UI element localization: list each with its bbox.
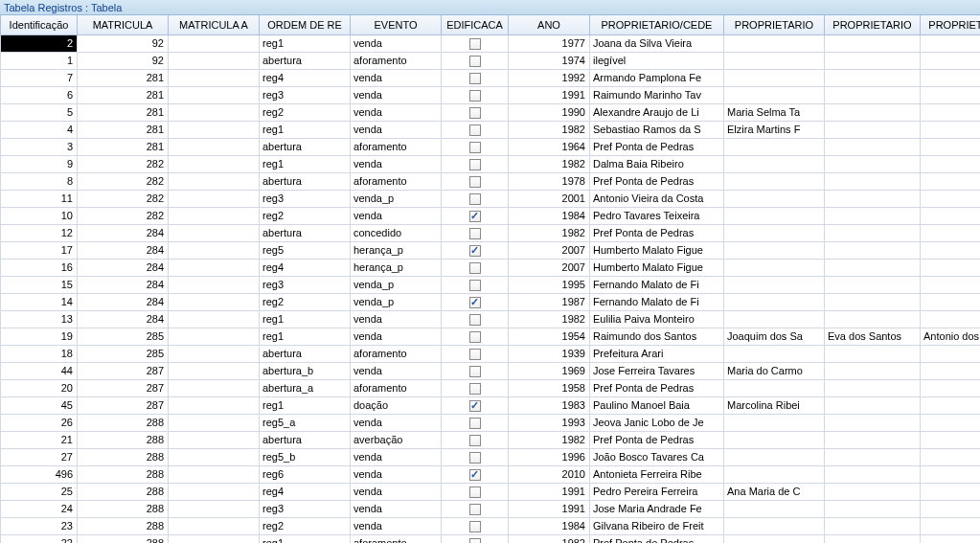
cell-id[interactable]: 16 xyxy=(1,259,78,276)
cell-ordem[interactable]: reg1 xyxy=(260,396,351,414)
cell-prop3[interactable] xyxy=(825,241,921,259)
cell-evento[interactable]: venda xyxy=(351,86,442,103)
cell-prop4[interactable] xyxy=(921,276,981,293)
checkbox-icon[interactable] xyxy=(469,38,481,50)
cell-ano[interactable]: 1991 xyxy=(509,500,590,517)
cell-prop1[interactable]: Pref Ponta de Pedras xyxy=(590,138,724,155)
cell-matricula-a[interactable] xyxy=(169,483,260,500)
cell-ordem[interactable]: abertura xyxy=(260,172,351,190)
checkbox-icon[interactable] xyxy=(469,486,481,498)
cell-ordem[interactable]: reg1 xyxy=(260,328,351,345)
cell-prop1[interactable]: Pref Ponta de Pedras xyxy=(590,534,724,543)
cell-matricula-a[interactable] xyxy=(169,328,260,345)
checkbox-icon[interactable] xyxy=(469,245,481,257)
cell-prop2[interactable] xyxy=(724,500,825,517)
table-row[interactable]: 496288reg6venda2010Antonieta Ferreira Ri… xyxy=(1,465,981,483)
cell-edificaca[interactable] xyxy=(442,241,509,259)
cell-matricula-a[interactable] xyxy=(169,276,260,293)
cell-prop3[interactable] xyxy=(825,69,921,86)
col-edificaca[interactable]: EDIFICACA xyxy=(442,15,509,34)
cell-ano[interactable]: 1978 xyxy=(509,172,590,190)
cell-matricula[interactable]: 288 xyxy=(78,500,169,517)
cell-id[interactable]: 496 xyxy=(1,465,78,483)
cell-prop4[interactable] xyxy=(921,448,981,465)
checkbox-icon[interactable] xyxy=(469,211,481,222)
cell-evento[interactable]: venda xyxy=(351,103,442,121)
checkbox-icon[interactable] xyxy=(469,314,481,326)
cell-prop2[interactable]: Elzira Martins F xyxy=(724,121,825,138)
cell-edificaca[interactable] xyxy=(442,86,509,103)
cell-prop4[interactable] xyxy=(921,241,981,259)
cell-matricula[interactable]: 282 xyxy=(78,190,169,207)
cell-prop2[interactable] xyxy=(724,224,825,241)
cell-matricula-a[interactable] xyxy=(169,310,260,328)
cell-prop2[interactable] xyxy=(724,293,825,310)
checkbox-icon[interactable] xyxy=(469,418,481,429)
cell-ano[interactable]: 1983 xyxy=(509,396,590,414)
cell-edificaca[interactable] xyxy=(442,276,509,293)
col-proprietario-2[interactable]: PROPRIETARIO xyxy=(724,15,825,34)
cell-id[interactable]: 45 xyxy=(1,396,78,414)
cell-id[interactable]: 44 xyxy=(1,362,78,379)
table-row[interactable]: 22288reg1aforamento1982Pref Ponta de Ped… xyxy=(1,534,981,543)
cell-matricula-a[interactable] xyxy=(169,138,260,155)
cell-ano[interactable]: 1939 xyxy=(509,345,590,362)
cell-ordem[interactable]: reg4 xyxy=(260,69,351,86)
cell-evento[interactable]: venda_p xyxy=(351,293,442,310)
cell-prop4[interactable] xyxy=(921,345,981,362)
cell-evento[interactable]: venda xyxy=(351,362,442,379)
table-row[interactable]: 44287abertura_bvenda1969Jose Ferreira Ta… xyxy=(1,362,981,379)
cell-ordem[interactable]: abertura xyxy=(260,52,351,69)
cell-prop3[interactable] xyxy=(825,138,921,155)
cell-edificaca[interactable] xyxy=(442,414,509,431)
cell-ordem[interactable]: abertura xyxy=(260,431,351,448)
table-row[interactable]: 25288reg4venda1991Pedro Pereira Ferreira… xyxy=(1,483,981,500)
table-row[interactable]: 6281reg3venda1991Raimundo Marinho Tav xyxy=(1,86,981,103)
cell-id[interactable]: 23 xyxy=(1,517,78,534)
cell-matricula-a[interactable] xyxy=(169,190,260,207)
cell-prop3[interactable] xyxy=(825,121,921,138)
cell-id[interactable]: 14 xyxy=(1,293,78,310)
checkbox-icon[interactable] xyxy=(469,366,481,377)
table-row[interactable]: 5281reg2venda1990Alexandre Araujo de LiM… xyxy=(1,103,981,121)
cell-evento[interactable]: venda xyxy=(351,155,442,172)
cell-prop3[interactable] xyxy=(825,155,921,172)
cell-prop2[interactable] xyxy=(724,34,825,52)
cell-ordem[interactable]: reg5 xyxy=(260,241,351,259)
checkbox-icon[interactable] xyxy=(469,521,481,532)
cell-prop2[interactable] xyxy=(724,52,825,69)
checkbox-icon[interactable] xyxy=(469,228,481,239)
cell-matricula-a[interactable] xyxy=(169,155,260,172)
cell-ordem[interactable]: reg2 xyxy=(260,517,351,534)
cell-prop3[interactable] xyxy=(825,293,921,310)
cell-ano[interactable]: 1954 xyxy=(509,328,590,345)
cell-ano[interactable]: 1993 xyxy=(509,414,590,431)
cell-ano[interactable]: 1982 xyxy=(509,310,590,328)
cell-id[interactable]: 21 xyxy=(1,431,78,448)
cell-matricula[interactable]: 281 xyxy=(78,69,169,86)
cell-matricula[interactable]: 285 xyxy=(78,328,169,345)
cell-id[interactable]: 12 xyxy=(1,224,78,241)
table-row[interactable]: 292reg1venda1977Joana da Silva Vieira xyxy=(1,34,981,52)
cell-matricula-a[interactable] xyxy=(169,362,260,379)
cell-evento[interactable]: aforamento xyxy=(351,345,442,362)
table-row[interactable]: 20287abertura_aaforamento1958Pref Ponta … xyxy=(1,379,981,396)
cell-ano[interactable]: 1995 xyxy=(509,276,590,293)
col-ano[interactable]: ANO xyxy=(509,15,590,34)
cell-ano[interactable]: 1992 xyxy=(509,69,590,86)
cell-matricula[interactable]: 284 xyxy=(78,259,169,276)
cell-prop3[interactable] xyxy=(825,431,921,448)
cell-id[interactable]: 2 xyxy=(1,34,78,52)
checkbox-icon[interactable] xyxy=(469,331,481,343)
cell-matricula[interactable]: 281 xyxy=(78,138,169,155)
cell-matricula[interactable]: 287 xyxy=(78,396,169,414)
cell-prop1[interactable]: Pref Ponta de Pedras xyxy=(590,379,724,396)
cell-prop2[interactable] xyxy=(724,241,825,259)
cell-id[interactable]: 24 xyxy=(1,500,78,517)
col-identificacao[interactable]: Identificação xyxy=(1,15,78,34)
cell-matricula[interactable]: 284 xyxy=(78,224,169,241)
cell-ordem[interactable]: reg2 xyxy=(260,103,351,121)
cell-ordem[interactable]: reg2 xyxy=(260,207,351,224)
col-proprietario-3[interactable]: PROPRIETARIO xyxy=(825,15,921,34)
cell-evento[interactable]: venda xyxy=(351,34,442,52)
